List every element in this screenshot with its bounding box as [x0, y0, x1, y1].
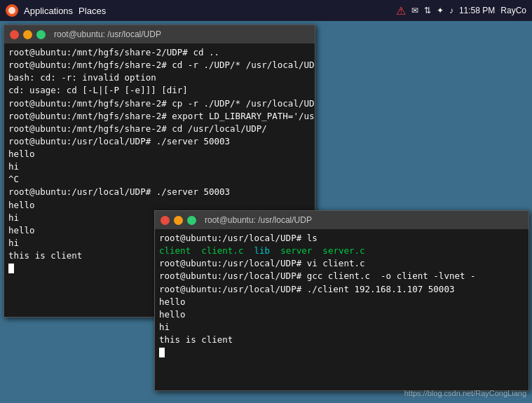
term2-ls-output: client client.c lib server server.c [159, 245, 524, 257]
term1-line-9: hello [8, 148, 311, 160]
time-display: 11:58 PM [459, 6, 495, 15]
term2-line-8: hi [159, 321, 524, 334]
term1-line-2: root@ubuntu:/mnt/hgfs/share-2# cd -r ./U… [8, 59, 311, 71]
alert-icon: ⚠ [396, 4, 406, 18]
term1-line-5: root@ubuntu:/mnt/hgfs/share-2# cp -r ./U… [8, 97, 311, 110]
terminal-2-title: root@ubuntu: /usr/local/UDP [205, 215, 312, 225]
close-button-2[interactable] [161, 216, 170, 225]
close-button-1[interactable] [10, 30, 19, 39]
term2-line-6: hello [159, 296, 524, 308]
term1-line-12: root@ubuntu:/usr/local/UDP# ./server 500… [8, 186, 311, 198]
terminal-1-titlebar: root@ubuntu: /usr/local/UDP [4, 25, 315, 43]
maximize-button-1[interactable] [36, 30, 46, 39]
term2-line-1: root@ubuntu:/usr/local/UDP# ls [159, 232, 524, 245]
term2-line-5: root@ubuntu:/usr/local/UDP# ./client 192… [159, 283, 524, 296]
term1-line-3: bash: cd: -r: invalid option [8, 71, 311, 84]
term2-line-3: root@ubuntu:/usr/local/UDP# vi client.c [159, 257, 524, 270]
terminal-2-body: root@ubuntu:/usr/local/UDP# ls client cl… [155, 229, 528, 390]
term1-line-11: ^C [8, 173, 311, 186]
term1-line-7: root@ubuntu:/mnt/hgfs/share-2# cd /usr/l… [8, 123, 311, 135]
taskbar-right: ⚠ ✉ ⇅ ✦ ♪ 11:58 PM RayCo [396, 4, 526, 18]
term2-cursor [159, 346, 524, 359]
minimize-button-1[interactable] [23, 30, 32, 39]
term1-line-13: hello [8, 199, 311, 212]
term1-line-10: hi [8, 160, 311, 173]
term1-line-8: root@ubuntu:/usr/local/UDP# ./server 500… [8, 135, 311, 148]
volume-icon: ♪ [449, 6, 453, 15]
watermark: https://blog.csdn.net/RayCongLiang [404, 389, 526, 397]
terminal-window-2: root@ubuntu: /usr/local/UDP root@ubuntu:… [154, 210, 529, 391]
maximize-button-2[interactable] [187, 216, 196, 225]
term1-line-6: root@ubuntu:/mnt/hgfs/share-2# export LD… [8, 110, 311, 123]
taskbar: Applications Places ⚠ ✉ ⇅ ✦ ♪ 11:58 PM R… [0, 0, 532, 21]
desktop: root@ubuntu: /usr/local/UDP root@ubuntu:… [0, 21, 532, 403]
svg-point-0 [8, 7, 15, 14]
term1-line-4: cd: usage: cd [-L|[-P [-e]]] [dir] [8, 84, 311, 97]
applications-menu[interactable]: Applications [24, 6, 73, 16]
user-display: RayCo [500, 6, 526, 15]
terminal-2-titlebar: root@ubuntu: /usr/local/UDP [155, 211, 528, 229]
bluetooth-icon: ✦ [437, 6, 444, 15]
terminal-1-title: root@ubuntu: /usr/local/UDP [54, 29, 161, 39]
term1-line-1: root@ubuntu:/mnt/hgfs/share-2/UDP# cd .. [8, 46, 311, 59]
places-menu[interactable]: Places [79, 6, 106, 16]
term2-line-4: root@ubuntu:/usr/local/UDP# gcc client.c… [159, 270, 524, 282]
term2-line-7: hello [159, 308, 524, 321]
ubuntu-logo [6, 4, 18, 17]
term2-line-9: this is client [159, 334, 524, 346]
network-icon: ⇅ [424, 6, 431, 15]
minimize-button-2[interactable] [174, 216, 183, 225]
email-icon: ✉ [411, 6, 418, 15]
